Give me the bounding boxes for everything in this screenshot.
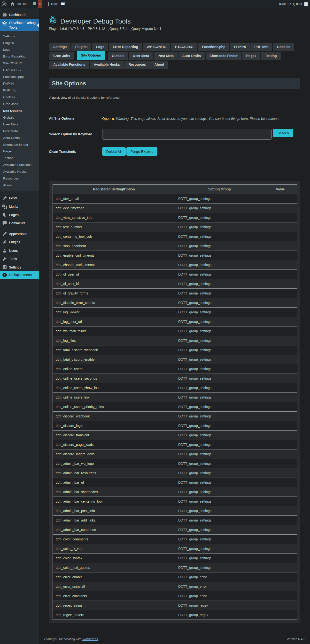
svg-text:W: W <box>50 18 55 24</box>
svg-text:W: W <box>3 22 6 26</box>
svg-text:W: W <box>2 2 6 6</box>
